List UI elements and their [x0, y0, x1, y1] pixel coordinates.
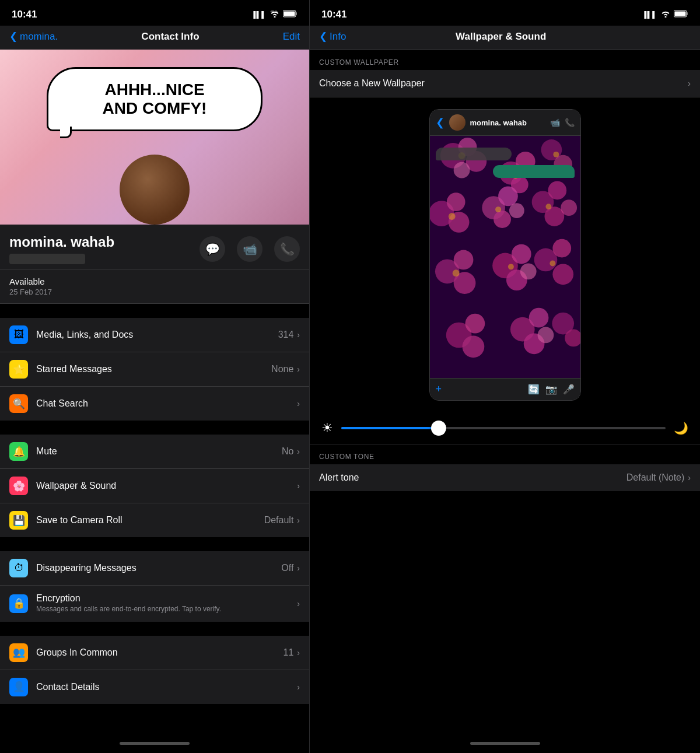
svg-point-33	[520, 263, 536, 279]
back-chevron-icon: ❮	[9, 30, 18, 43]
chat-preview: ❮ momina. wahab 📹 📞	[429, 109, 581, 401]
svg-point-38	[465, 314, 485, 334]
video-icon: 📹	[243, 242, 257, 256]
media-icon: 🖼	[9, 325, 28, 344]
groups-chevron-icon: ›	[297, 648, 300, 657]
status-date: 25 Feb 2017	[9, 288, 300, 296]
right-back-button[interactable]: ❮ Info	[319, 30, 346, 43]
mute-label: Mute	[36, 446, 282, 457]
choose-wallpaper-label: Choose a New Wallpaper	[319, 78, 425, 89]
svg-point-51	[545, 204, 551, 209]
wallpaper-sound-item[interactable]: 🌸 Wallpaper & Sound ›	[0, 469, 309, 503]
comic-text: AHHH...NICEAND COMFY!	[103, 80, 207, 117]
mute-item[interactable]: 🔔 Mute No ›	[0, 435, 309, 469]
encryption-text-block: Encryption Messages and calls are end-to…	[36, 593, 297, 614]
encryption-chevron-icon: ›	[297, 599, 300, 608]
menu-section-4: 👥 Groups In Common 11 › 👤 Contact Detail…	[0, 636, 309, 704]
brightness-thumb[interactable]	[431, 421, 446, 436]
encryption-icon-symbol: 🔒	[13, 597, 25, 610]
brightness-row[interactable]: ☀ 🌙	[310, 412, 700, 444]
svg-point-49	[448, 213, 455, 220]
contact-details-item[interactable]: 👤 Contact Details ›	[0, 670, 309, 704]
message-button[interactable]: 💬	[200, 236, 225, 262]
groups-in-common-item[interactable]: 👥 Groups In Common 11 ›	[0, 636, 309, 670]
left-nav-title: Contact Info	[141, 31, 199, 43]
groups-icon: 👥	[9, 643, 28, 662]
disappearing-value: Off	[281, 563, 293, 573]
phone-icon: 📞	[280, 242, 295, 256]
contact-details-icon: 👤	[9, 678, 28, 696]
encryption-item[interactable]: 🔒 Encryption Messages and calls are end-…	[0, 586, 309, 622]
left-back-label: momina.	[20, 31, 58, 43]
wallpaper-label: Wallpaper & Sound	[36, 481, 297, 491]
left-panel: 10:41 ▐▌▌ ❮ momi	[0, 0, 309, 753]
wifi-icon	[270, 9, 279, 20]
svg-point-54	[550, 260, 555, 266]
media-icon-symbol: 🖼	[14, 329, 24, 341]
left-spacer	[0, 704, 309, 733]
status-label: Available	[9, 276, 300, 286]
starred-value: None	[271, 364, 293, 374]
svg-rect-1	[296, 12, 297, 15]
svg-point-22	[509, 203, 524, 218]
received-message	[436, 148, 512, 160]
encryption-icon: 🔒	[9, 594, 28, 613]
svg-rect-2	[284, 12, 295, 16]
contact-phone	[9, 254, 85, 264]
brightness-slider[interactable]	[341, 427, 666, 429]
video-button[interactable]: 📹	[237, 236, 262, 262]
right-signal-icon: ▐▌▌	[642, 11, 657, 18]
svg-point-31	[511, 244, 531, 264]
chat-preview-video-icon: 📹	[550, 118, 560, 127]
svg-point-35	[552, 239, 571, 258]
right-status-icons: ▐▌▌	[642, 9, 688, 20]
right-nav-title: Wallpaper & Sound	[456, 31, 546, 43]
menu-gap-3	[0, 537, 309, 544]
chat-search-label: Chat Search	[36, 398, 297, 409]
bubble-tail	[60, 127, 72, 138]
chat-preview-name: momina. wahab	[470, 118, 545, 127]
save-camera-roll-item[interactable]: 💾 Save to Camera Roll Default ›	[0, 503, 309, 537]
left-back-button[interactable]: ❮ momina.	[9, 30, 58, 43]
svg-point-52	[452, 269, 459, 276]
sent-message	[493, 165, 575, 178]
contact-details-icon-symbol: 👤	[13, 681, 25, 693]
battery-icon	[283, 9, 298, 20]
svg-rect-5	[675, 12, 686, 16]
contact-name: momina. wahab	[9, 234, 114, 250]
contact-info-block: momina. wahab 💬 📹 📞	[0, 225, 309, 269]
mute-icon-symbol: 🔔	[13, 446, 25, 458]
media-chevron-icon: ›	[297, 330, 300, 339]
left-home-indicator	[120, 742, 190, 745]
contact-details-label: Contact Details	[36, 682, 297, 692]
right-bottom-indicator	[310, 733, 700, 753]
chat-preview-back-icon: ❮	[436, 116, 444, 129]
call-button[interactable]: 📞	[274, 236, 300, 262]
menu-section-2: 🔔 Mute No › 🌸 Wallpaper & Sound › 💾 Save…	[0, 435, 309, 537]
alert-tone-row[interactable]: Alert tone Default (Note) ›	[310, 464, 700, 491]
left-status-icons: ▐▌▌	[251, 9, 298, 20]
svg-point-50	[495, 206, 501, 212]
disappearing-messages-item[interactable]: ⏱ Disappearing Messages Off ›	[0, 551, 309, 586]
right-time: 10:41	[321, 9, 346, 20]
chat-search-chevron-icon: ›	[297, 399, 300, 408]
alert-tone-value-row: Default (Note) ›	[626, 472, 691, 483]
svg-point-41	[528, 308, 548, 328]
starred-chevron-icon: ›	[297, 365, 300, 374]
profile-image: AHHH...NICEAND COMFY!	[0, 50, 309, 225]
disappearing-label: Disappearing Messages	[36, 563, 281, 573]
choose-wallpaper-row[interactable]: Choose a New Wallpaper ›	[310, 70, 700, 97]
media-links-docs-item[interactable]: 🖼 Media, Links, and Docs 314 ›	[0, 318, 309, 352]
disappearing-icon: ⏱	[9, 559, 28, 577]
chat-search-item[interactable]: 🔍 Chat Search ›	[0, 387, 309, 421]
right-wifi-icon	[661, 9, 670, 20]
svg-point-43	[537, 327, 554, 344]
edit-button[interactable]: Edit	[283, 31, 300, 43]
chat-footer-icons: 🔄 📷 🎤	[528, 384, 575, 395]
starred-messages-item[interactable]: ⭐ Starred Messages None ›	[0, 352, 309, 387]
starred-icon-symbol: ⭐	[13, 363, 25, 376]
starred-label: Starred Messages	[36, 364, 271, 374]
svg-point-39	[462, 335, 484, 358]
menu-section-1: 🖼 Media, Links, and Docs 314 › ⭐ Starred…	[0, 318, 309, 421]
search-icon-symbol: 🔍	[13, 398, 25, 410]
